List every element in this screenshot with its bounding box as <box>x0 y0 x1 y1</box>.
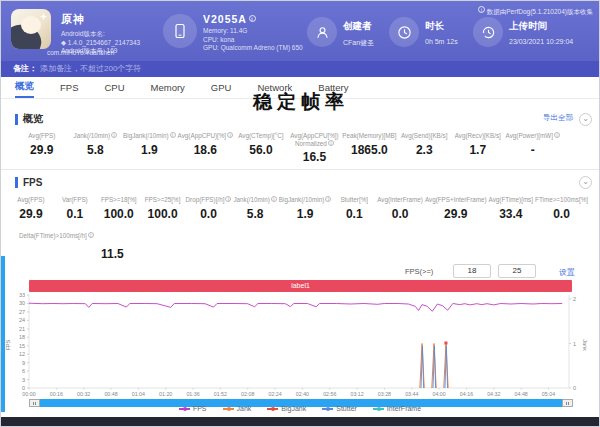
svg-text:00:32: 00:32 <box>77 391 90 397</box>
legend-item-BigJank[interactable]: BigJank <box>267 405 306 412</box>
fps-collapse-button[interactable]: ⌄ <box>579 176 592 189</box>
info-icon[interactable]: i <box>170 132 176 138</box>
person-icon <box>315 25 330 40</box>
svg-text:02:24: 02:24 <box>268 391 281 397</box>
legend-item-InterFrame[interactable]: InterFrame <box>373 405 421 412</box>
device-cpu: CPU: kona <box>203 36 303 45</box>
overview-section-title: 概览 <box>23 112 43 126</box>
fps-threshold-input-2[interactable]: 25 <box>498 264 536 278</box>
svg-text:21: 21 <box>19 326 25 332</box>
stat-value: 33.4 <box>489 207 533 221</box>
export-all-link[interactable]: 导出全部 <box>543 113 573 123</box>
svg-text:18: 18 <box>19 334 25 340</box>
svg-text:24: 24 <box>19 317 25 323</box>
stat-label: Avg(FPS+InterFrame) <box>425 196 487 204</box>
legend-mark-icon <box>179 408 190 410</box>
fps-chart[interactable]: 03691215182124273033012FPSJank00:0000:16… <box>1 293 600 397</box>
stat-label: Avg(Send)[KB/s] <box>398 132 450 140</box>
stat-value: 2.3 <box>398 143 450 157</box>
legend-label: BigJank <box>281 405 306 412</box>
stat-FPS>=18[%]: FPS>=18[%]100.0 <box>97 196 141 221</box>
stat-Avg(Power)[mW]: Avg(Power)[mW]i- <box>505 132 561 164</box>
stat-label: Stutter[%] <box>333 196 375 204</box>
svg-text:2: 2 <box>573 296 576 302</box>
svg-text:04:16: 04:16 <box>460 391 473 397</box>
stat-value: 5.8 <box>70 143 122 157</box>
stat-value: 0.0 <box>377 207 423 221</box>
stat-Var(FPS): Var(FPS)0.1 <box>53 196 97 221</box>
threshold-setting-link[interactable]: 设置 <box>559 267 575 278</box>
stat-value: 29.9 <box>16 143 68 157</box>
svg-text:04:00: 04:00 <box>432 391 445 397</box>
info-icon[interactable]: i <box>271 196 277 202</box>
app-version-name: 1.4.0_2154667_2147343 <box>68 39 140 46</box>
stat-FTime>=100ms[%]: FTime>=100ms[%]0.0 <box>534 196 589 221</box>
stat-value: 11.5 <box>101 247 124 261</box>
phone-icon <box>172 23 188 39</box>
stat-value: 1.9 <box>279 207 332 221</box>
upload-label: 上传时间 <box>509 20 573 33</box>
stat-label: Avg(FPS) <box>16 132 68 140</box>
info-icon[interactable]: i <box>328 140 334 146</box>
svg-text:03:28: 03:28 <box>378 391 391 397</box>
section-accent-bar <box>15 114 18 125</box>
overview-collapse-button[interactable]: ⌄ <box>579 113 592 126</box>
note-bar[interactable]: 备注：添加备注，不超过200个字符 <box>1 61 600 77</box>
stat-FPS>=25[%]: FPS>=25[%]100.0 <box>141 196 185 221</box>
svg-text:6: 6 <box>22 368 25 374</box>
svg-text:03:44: 03:44 <box>405 391 418 397</box>
info-icon[interactable]: i <box>554 132 560 138</box>
chart-label-bar[interactable]: label1 <box>29 280 572 292</box>
stat-label: FPS>=25[%] <box>142 196 184 204</box>
info-icon[interactable]: i <box>325 196 331 202</box>
svg-text:9: 9 <box>22 360 25 366</box>
stat-BigJank(/10min): BigJank(/10min)i1.9 <box>278 196 333 221</box>
stat-value: 29.9 <box>10 207 52 221</box>
svg-text:00:00: 00:00 <box>22 391 35 397</box>
upload-icon-circle <box>473 17 503 47</box>
info-icon[interactable]: i <box>227 132 233 138</box>
stat-Avg(InterFrame): Avg(InterFrame)0.0 <box>376 196 424 221</box>
stat-value: 100.0 <box>142 207 184 221</box>
stat-label: Jank(/10min)i <box>70 132 122 140</box>
info-icon[interactable]: i <box>111 132 117 138</box>
diamond-icon: ◆ <box>61 39 68 46</box>
stat-label: Avg(Recv)[KB/s] <box>452 132 504 140</box>
legend-item-Stutter[interactable]: Stutter <box>322 405 357 412</box>
stat-label: Jank(/10min)i <box>233 196 276 204</box>
stat-value: 5.8 <box>233 207 276 221</box>
stat-Avg(Recv)[KB/s]: Avg(Recv)[KB/s]1.7 <box>451 132 505 164</box>
duration-label: 时长 <box>425 20 458 33</box>
svg-text:15: 15 <box>19 343 25 349</box>
stat-label: Peak(Memory)[MB] <box>342 132 396 140</box>
fps-stats-row: Avg(FPS)29.9Var(FPS)0.1FPS>=18[%]100.0FP… <box>9 196 589 221</box>
stat-Avg(AppCPU)[%]: Avg(AppCPU)[%]i18.6 <box>177 132 235 164</box>
svg-text:00:48: 00:48 <box>104 391 117 397</box>
divider <box>1 169 600 170</box>
svg-text:01:36: 01:36 <box>186 391 199 397</box>
stat-label: FPS>=18[%] <box>98 196 140 204</box>
device-memory: Memory: 11.4G <box>203 27 303 36</box>
svg-text:04:32: 04:32 <box>487 391 500 397</box>
svg-text:3: 3 <box>22 377 25 383</box>
app-title: 原神 <box>61 12 140 27</box>
legend-mark-icon <box>267 408 278 410</box>
stat-label: Avg(InterFrame) <box>377 196 423 204</box>
device-name: V2055A <box>203 13 247 25</box>
stat-Avg(FTime)[ms]: Avg(FTime)[ms]33.4 <box>488 196 534 221</box>
info-icon[interactable]: i <box>225 196 231 202</box>
stat-Avg(CTemp)[°C]: Avg(CTemp)[°C]56.0 <box>234 132 288 164</box>
note-placeholder: 添加备注，不超过200个字符 <box>40 64 141 73</box>
stat-label: FTime>=100ms[%] <box>535 196 588 204</box>
window-footer <box>1 417 600 427</box>
info-icon[interactable]: i <box>88 232 94 238</box>
fps-threshold-input-1[interactable]: 18 <box>453 264 491 278</box>
legend-item-FPS[interactable]: FPS <box>179 405 207 412</box>
svg-text:03:12: 03:12 <box>350 391 363 397</box>
stat-value: 1865.0 <box>342 143 396 157</box>
fps-section-header: FPS <box>15 176 42 188</box>
stat-label: Avg(FTime)[ms] <box>489 196 533 204</box>
device-info-icon[interactable]: i <box>249 15 256 22</box>
stat-label: Avg(FPS) <box>10 196 52 204</box>
legend-item-Jank[interactable]: Jank <box>223 405 252 412</box>
